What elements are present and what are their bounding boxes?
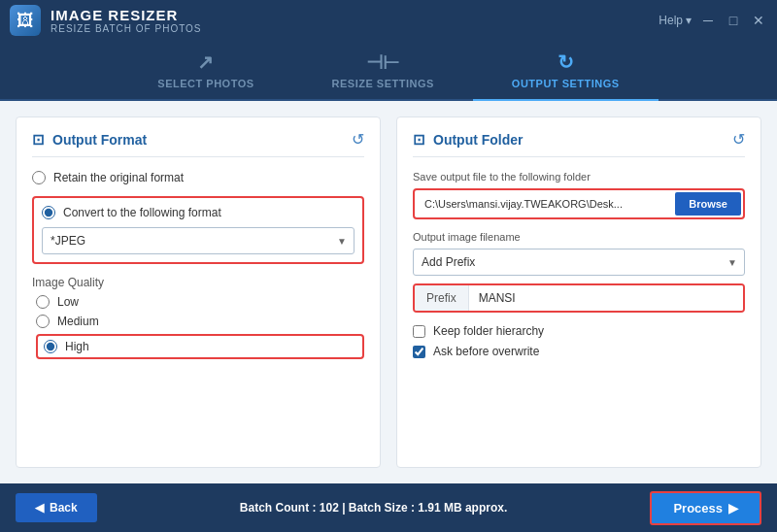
main-content: ⊡ Output Format ↺ Retain the original fo… bbox=[0, 101, 777, 483]
app-title-group: IMAGE RESIZER RESIZE BATCH OF PHOTOS bbox=[51, 7, 659, 34]
format-select[interactable]: *JPEG *PNG *BMP *GIF *TIFF bbox=[42, 227, 355, 254]
close-button[interactable]: ✕ bbox=[750, 12, 767, 29]
app-logo: 🖼 bbox=[10, 5, 41, 36]
filename-section: Output image filename Add Prefix Add Suf… bbox=[413, 231, 745, 313]
window-controls: Help ▾ ─ □ ✕ bbox=[659, 12, 767, 29]
tab-resize-label: RESIZE SETTINGS bbox=[332, 78, 434, 89]
folder-path-input[interactable] bbox=[417, 192, 669, 216]
output-folder-reset-button[interactable]: ↺ bbox=[732, 130, 745, 149]
quality-options-group: Low Medium High bbox=[36, 295, 364, 359]
keep-hierarchy-label: Keep folder hierarchy bbox=[433, 324, 544, 338]
quality-medium-option[interactable]: Medium bbox=[36, 315, 364, 328]
filename-select[interactable]: Add Prefix Add Suffix Keep Original bbox=[413, 249, 745, 276]
output-format-panel: ⊡ Output Format ↺ Retain the original fo… bbox=[16, 116, 381, 468]
panels-container: ⊡ Output Format ↺ Retain the original fo… bbox=[0, 101, 777, 483]
output-folder-title: Output Folder bbox=[433, 132, 524, 148]
nav-tabs: ↗ SELECT PHOTOS ⊣⊢ RESIZE SETTINGS ↻ OUT… bbox=[0, 41, 777, 101]
tab-output-settings[interactable]: ↻ OUTPUT SETTINGS bbox=[473, 41, 659, 101]
back-icon: ◀ bbox=[35, 501, 44, 515]
output-format-reset-button[interactable]: ↺ bbox=[352, 130, 364, 149]
minimize-button[interactable]: ─ bbox=[699, 12, 717, 29]
batch-info: Batch Count : 102 | Batch Size : 1.91 MB… bbox=[97, 501, 651, 515]
output-format-header-row: ⊡ Output Format ↺ bbox=[32, 131, 364, 157]
output-format-title: Output Format bbox=[52, 132, 147, 148]
convert-format-option[interactable]: Convert to the following format bbox=[42, 206, 355, 219]
batch-info-text: Batch Count : 102 | Batch Size : 1.91 MB… bbox=[240, 501, 507, 515]
output-folder-header-icon: ⊡ bbox=[413, 131, 425, 149]
ask-overwrite-checkbox[interactable] bbox=[413, 346, 425, 358]
quality-high-option[interactable]: High bbox=[44, 340, 89, 353]
output-settings-icon: ↻ bbox=[557, 50, 575, 74]
process-label: Process bbox=[673, 501, 723, 515]
quality-medium-radio[interactable] bbox=[36, 315, 50, 328]
help-button[interactable]: Help ▾ bbox=[659, 14, 692, 27]
convert-format-radio[interactable] bbox=[42, 206, 55, 219]
prefix-row: Prefix bbox=[413, 283, 745, 313]
app-name: IMAGE RESIZER bbox=[51, 7, 659, 23]
ask-overwrite-label: Ask before overwrite bbox=[433, 345, 539, 358]
select-photos-icon: ↗ bbox=[197, 50, 215, 74]
maximize-button[interactable]: □ bbox=[725, 12, 742, 29]
keep-hierarchy-option[interactable]: Keep folder hierarchy bbox=[413, 324, 745, 338]
prefix-label-cell: Prefix bbox=[415, 285, 469, 311]
app-subtitle: RESIZE BATCH OF PHOTOS bbox=[51, 23, 659, 34]
back-button[interactable]: ◀ Back bbox=[16, 493, 97, 522]
output-folder-panel: ⊡ Output Folder ↺ Save output file to th… bbox=[396, 116, 761, 468]
checkbox-section: Keep folder hierarchy Ask before overwri… bbox=[413, 324, 745, 358]
retain-original-radio[interactable] bbox=[32, 171, 46, 184]
process-icon: ▶ bbox=[728, 501, 738, 515]
quality-low-label: Low bbox=[57, 295, 79, 309]
title-bar: 🖼 IMAGE RESIZER RESIZE BATCH OF PHOTOS H… bbox=[0, 0, 777, 41]
tab-output-label: OUTPUT SETTINGS bbox=[512, 78, 620, 89]
tab-select-label: SELECT PHOTOS bbox=[157, 78, 253, 89]
filename-select-wrap: Add Prefix Add Suffix Keep Original ▼ bbox=[413, 249, 745, 276]
quality-high-radio[interactable] bbox=[44, 340, 57, 353]
quality-low-option[interactable]: Low bbox=[36, 295, 364, 309]
retain-original-option[interactable]: Retain the original format bbox=[32, 171, 364, 184]
format-select-wrap: *JPEG *PNG *BMP *GIF *TIFF ▼ bbox=[42, 227, 355, 254]
folder-input-row: Browse bbox=[413, 188, 745, 219]
convert-format-label: Convert to the following format bbox=[63, 206, 221, 219]
filename-label: Output image filename bbox=[413, 231, 745, 243]
output-folder-header: ⊡ Output Folder bbox=[413, 131, 524, 149]
image-quality-label: Image Quality bbox=[32, 276, 364, 289]
convert-format-box: Convert to the following format *JPEG *P… bbox=[32, 196, 364, 264]
browse-button[interactable]: Browse bbox=[675, 192, 741, 216]
image-quality-section: Image Quality Low Medium High bbox=[32, 276, 364, 359]
bottom-bar: ◀ Back Batch Count : 102 | Batch Size : … bbox=[0, 483, 777, 532]
output-format-header-icon: ⊡ bbox=[32, 131, 45, 149]
tab-select-photos[interactable]: ↗ SELECT PHOTOS bbox=[118, 41, 292, 101]
quality-low-radio[interactable] bbox=[36, 295, 50, 309]
save-folder-label: Save output file to the following folder bbox=[413, 171, 745, 183]
ask-overwrite-option[interactable]: Ask before overwrite bbox=[413, 345, 745, 358]
quality-high-label: High bbox=[65, 340, 89, 353]
prefix-input[interactable] bbox=[469, 285, 743, 311]
save-folder-section: Save output file to the following folder… bbox=[413, 171, 745, 219]
resize-settings-icon: ⊣⊢ bbox=[366, 50, 400, 74]
quality-medium-label: Medium bbox=[57, 315, 99, 328]
tab-resize-settings[interactable]: ⊣⊢ RESIZE SETTINGS bbox=[293, 41, 473, 101]
format-radio-group: Retain the original format bbox=[32, 171, 364, 184]
output-folder-header-row: ⊡ Output Folder ↺ bbox=[413, 131, 745, 157]
process-button[interactable]: Process ▶ bbox=[650, 491, 761, 525]
retain-original-label: Retain the original format bbox=[53, 171, 184, 184]
output-format-header: ⊡ Output Format bbox=[32, 131, 147, 149]
quality-high-box: High bbox=[36, 334, 364, 359]
back-label: Back bbox=[50, 501, 78, 515]
keep-hierarchy-checkbox[interactable] bbox=[413, 325, 425, 338]
